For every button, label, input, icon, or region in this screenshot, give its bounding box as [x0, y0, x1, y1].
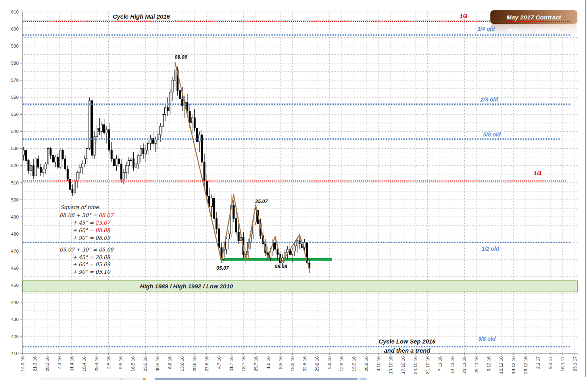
sheet-tab-1[interactable] [41, 378, 83, 380]
cycle-line-label-3-8-old: 3/8 old [478, 336, 496, 342]
cycle-line-label-5-8-old: 5/8 old [483, 131, 501, 138]
scrollbar-piece[interactable] [359, 378, 367, 380]
sheet-tab-band[interactable] [155, 378, 357, 380]
cycle-line-label-1-2-old: 1/2 old [482, 246, 500, 252]
sheet-tab-bar[interactable] [0, 377, 588, 380]
window-right-border [585, 0, 586, 377]
sheet-tab-2[interactable] [82, 378, 122, 380]
cycle-lines-overlay: 1/33/4 old2/3 old5/8 old1/41/2 old3/8 ol… [0, 0, 588, 377]
cycle-line-label-1-4: 1/4 [534, 170, 542, 177]
cycle-line-label-1-3: 1/3 [459, 13, 467, 19]
cycle-line-label-3-4-old: 3/4 old [477, 26, 495, 32]
sheet-tab-3[interactable] [121, 378, 143, 380]
cycle-line-label-2-3-old: 2/3 old [480, 96, 498, 103]
sheet-tab-color-marker [143, 378, 146, 380]
